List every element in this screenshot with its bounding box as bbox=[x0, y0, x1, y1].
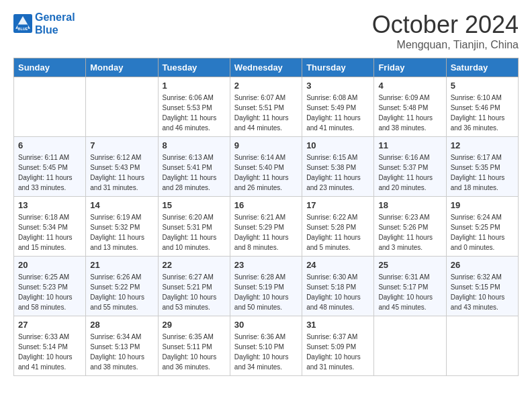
svg-text:BLUE: BLUE bbox=[18, 27, 28, 31]
day-info: Sunrise: 6:37 AM Sunset: 5:09 PM Dayligh… bbox=[306, 332, 369, 372]
day-number: 3 bbox=[306, 81, 369, 91]
day-cell: 11Sunrise: 6:16 AM Sunset: 5:37 PM Dayli… bbox=[374, 137, 446, 197]
location: Mengquan, Tianjin, China bbox=[372, 39, 519, 51]
day-info: Sunrise: 6:20 AM Sunset: 5:31 PM Dayligh… bbox=[163, 212, 226, 253]
weekday-header-wednesday: Wednesday bbox=[230, 58, 302, 77]
day-cell bbox=[446, 316, 518, 376]
day-cell: 1Sunrise: 6:06 AM Sunset: 5:53 PM Daylig… bbox=[158, 77, 230, 137]
day-number: 17 bbox=[306, 200, 369, 210]
logo-text: General Blue bbox=[35, 11, 75, 36]
day-cell: 25Sunrise: 6:31 AM Sunset: 5:17 PM Dayli… bbox=[374, 257, 446, 316]
day-number: 21 bbox=[90, 260, 153, 270]
day-info: Sunrise: 6:33 AM Sunset: 5:14 PM Dayligh… bbox=[18, 332, 81, 372]
day-cell bbox=[14, 77, 86, 137]
weekday-header-saturday: Saturday bbox=[446, 58, 518, 77]
day-info: Sunrise: 6:35 AM Sunset: 5:11 PM Dayligh… bbox=[163, 332, 226, 372]
day-info: Sunrise: 6:06 AM Sunset: 5:53 PM Dayligh… bbox=[163, 93, 226, 133]
day-number: 5 bbox=[451, 81, 514, 91]
week-row-1: 1Sunrise: 6:06 AM Sunset: 5:53 PM Daylig… bbox=[14, 77, 519, 137]
week-row-3: 13Sunrise: 6:18 AM Sunset: 5:34 PM Dayli… bbox=[14, 197, 519, 257]
day-cell: 12Sunrise: 6:17 AM Sunset: 5:35 PM Dayli… bbox=[446, 137, 518, 197]
week-row-5: 27Sunrise: 6:33 AM Sunset: 5:14 PM Dayli… bbox=[14, 316, 519, 376]
day-info: Sunrise: 6:11 AM Sunset: 5:45 PM Dayligh… bbox=[18, 152, 81, 193]
day-info: Sunrise: 6:26 AM Sunset: 5:22 PM Dayligh… bbox=[90, 272, 153, 312]
day-number: 11 bbox=[378, 140, 441, 150]
day-number: 4 bbox=[378, 81, 441, 91]
day-info: Sunrise: 6:28 AM Sunset: 5:19 PM Dayligh… bbox=[234, 272, 298, 312]
day-cell: 13Sunrise: 6:18 AM Sunset: 5:34 PM Dayli… bbox=[14, 197, 86, 257]
day-info: Sunrise: 6:25 AM Sunset: 5:23 PM Dayligh… bbox=[18, 272, 81, 312]
page-header: BLUE General Blue October 2024 Mengquan,… bbox=[13, 11, 519, 51]
day-cell: 27Sunrise: 6:33 AM Sunset: 5:14 PM Dayli… bbox=[14, 316, 86, 376]
day-number: 26 bbox=[451, 260, 514, 270]
day-cell: 31Sunrise: 6:37 AM Sunset: 5:09 PM Dayli… bbox=[302, 316, 374, 376]
day-info: Sunrise: 6:27 AM Sunset: 5:21 PM Dayligh… bbox=[163, 272, 226, 312]
day-info: Sunrise: 6:36 AM Sunset: 5:10 PM Dayligh… bbox=[234, 332, 298, 372]
day-cell: 20Sunrise: 6:25 AM Sunset: 5:23 PM Dayli… bbox=[14, 257, 86, 316]
day-number: 24 bbox=[306, 260, 369, 270]
day-cell bbox=[374, 316, 446, 376]
week-row-4: 20Sunrise: 6:25 AM Sunset: 5:23 PM Dayli… bbox=[14, 257, 519, 316]
day-cell: 4Sunrise: 6:09 AM Sunset: 5:48 PM Daylig… bbox=[374, 77, 446, 137]
day-cell: 17Sunrise: 6:22 AM Sunset: 5:28 PM Dayli… bbox=[302, 197, 374, 257]
day-info: Sunrise: 6:23 AM Sunset: 5:26 PM Dayligh… bbox=[378, 212, 441, 253]
day-info: Sunrise: 6:21 AM Sunset: 5:29 PM Dayligh… bbox=[234, 212, 298, 253]
day-number: 1 bbox=[163, 81, 226, 91]
day-cell: 26Sunrise: 6:32 AM Sunset: 5:15 PM Dayli… bbox=[446, 257, 518, 316]
day-number: 15 bbox=[163, 200, 226, 210]
day-cell: 14Sunrise: 6:19 AM Sunset: 5:32 PM Dayli… bbox=[86, 197, 158, 257]
day-number: 27 bbox=[18, 320, 81, 330]
weekday-header-friday: Friday bbox=[374, 58, 446, 77]
month-title: October 2024 bbox=[372, 11, 519, 39]
day-number: 2 bbox=[234, 81, 298, 91]
day-cell: 8Sunrise: 6:13 AM Sunset: 5:41 PM Daylig… bbox=[158, 137, 230, 197]
day-number: 31 bbox=[306, 320, 369, 330]
weekday-header-thursday: Thursday bbox=[302, 58, 374, 77]
day-number: 16 bbox=[234, 200, 298, 210]
day-info: Sunrise: 6:24 AM Sunset: 5:25 PM Dayligh… bbox=[451, 212, 514, 253]
day-cell: 18Sunrise: 6:23 AM Sunset: 5:26 PM Dayli… bbox=[374, 197, 446, 257]
day-info: Sunrise: 6:13 AM Sunset: 5:41 PM Dayligh… bbox=[163, 152, 226, 193]
day-cell: 22Sunrise: 6:27 AM Sunset: 5:21 PM Dayli… bbox=[158, 257, 230, 316]
day-cell: 6Sunrise: 6:11 AM Sunset: 5:45 PM Daylig… bbox=[14, 137, 86, 197]
day-number: 12 bbox=[451, 140, 514, 150]
day-cell: 19Sunrise: 6:24 AM Sunset: 5:25 PM Dayli… bbox=[446, 197, 518, 257]
day-info: Sunrise: 6:07 AM Sunset: 5:51 PM Dayligh… bbox=[234, 93, 298, 133]
day-number: 13 bbox=[18, 200, 81, 210]
day-cell: 23Sunrise: 6:28 AM Sunset: 5:19 PM Dayli… bbox=[230, 257, 302, 316]
day-info: Sunrise: 6:34 AM Sunset: 5:13 PM Dayligh… bbox=[90, 332, 153, 372]
day-number: 6 bbox=[18, 140, 81, 150]
day-info: Sunrise: 6:18 AM Sunset: 5:34 PM Dayligh… bbox=[18, 212, 81, 253]
day-number: 18 bbox=[378, 200, 441, 210]
day-cell: 15Sunrise: 6:20 AM Sunset: 5:31 PM Dayli… bbox=[158, 197, 230, 257]
day-cell: 9Sunrise: 6:14 AM Sunset: 5:40 PM Daylig… bbox=[230, 137, 302, 197]
week-row-2: 6Sunrise: 6:11 AM Sunset: 5:45 PM Daylig… bbox=[14, 137, 519, 197]
day-number: 7 bbox=[90, 140, 153, 150]
day-number: 25 bbox=[378, 260, 441, 270]
day-number: 9 bbox=[234, 140, 298, 150]
day-info: Sunrise: 6:22 AM Sunset: 5:28 PM Dayligh… bbox=[306, 212, 369, 253]
day-info: Sunrise: 6:31 AM Sunset: 5:17 PM Dayligh… bbox=[378, 272, 441, 312]
weekday-header-monday: Monday bbox=[86, 58, 158, 77]
day-info: Sunrise: 6:32 AM Sunset: 5:15 PM Dayligh… bbox=[451, 272, 514, 312]
day-info: Sunrise: 6:14 AM Sunset: 5:40 PM Dayligh… bbox=[234, 152, 298, 193]
day-info: Sunrise: 6:12 AM Sunset: 5:43 PM Dayligh… bbox=[90, 152, 153, 193]
calendar-table: SundayMondayTuesdayWednesdayThursdayFrid… bbox=[13, 58, 519, 376]
day-number: 22 bbox=[163, 260, 226, 270]
day-cell: 5Sunrise: 6:10 AM Sunset: 5:46 PM Daylig… bbox=[446, 77, 518, 137]
logo-icon: BLUE bbox=[13, 14, 32, 33]
day-cell: 2Sunrise: 6:07 AM Sunset: 5:51 PM Daylig… bbox=[230, 77, 302, 137]
day-number: 14 bbox=[90, 200, 153, 210]
day-cell: 30Sunrise: 6:36 AM Sunset: 5:10 PM Dayli… bbox=[230, 316, 302, 376]
day-number: 10 bbox=[306, 140, 369, 150]
day-cell: 29Sunrise: 6:35 AM Sunset: 5:11 PM Dayli… bbox=[158, 316, 230, 376]
title-block: October 2024 Mengquan, Tianjin, China bbox=[372, 11, 519, 51]
weekday-header-sunday: Sunday bbox=[14, 58, 86, 77]
logo: BLUE General Blue bbox=[13, 11, 75, 36]
weekday-header-row: SundayMondayTuesdayWednesdayThursdayFrid… bbox=[14, 58, 519, 77]
day-number: 19 bbox=[451, 200, 514, 210]
day-info: Sunrise: 6:17 AM Sunset: 5:35 PM Dayligh… bbox=[451, 152, 514, 193]
day-info: Sunrise: 6:09 AM Sunset: 5:48 PM Dayligh… bbox=[378, 93, 441, 133]
day-info: Sunrise: 6:16 AM Sunset: 5:37 PM Dayligh… bbox=[378, 152, 441, 193]
day-number: 23 bbox=[234, 260, 298, 270]
